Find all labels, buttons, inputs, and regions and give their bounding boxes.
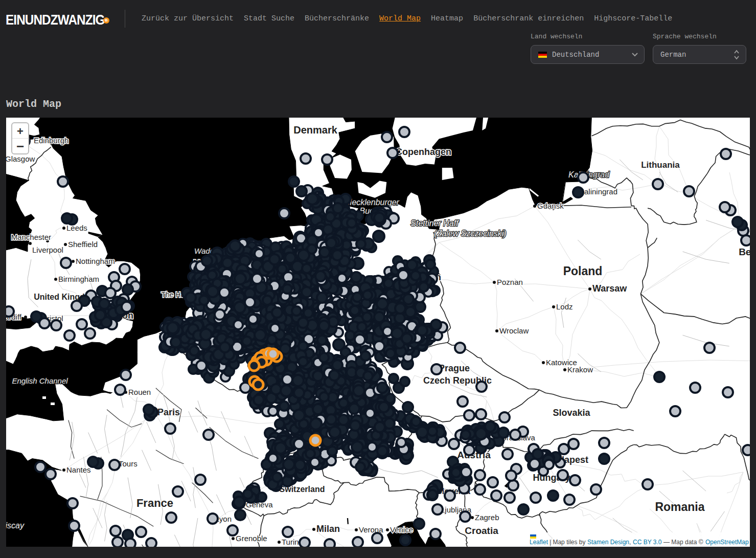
svg-text:Krakow: Krakow xyxy=(567,365,593,374)
svg-text:Zagreb: Zagreb xyxy=(475,513,499,522)
svg-text:Turin: Turin xyxy=(282,538,299,546)
svg-text:Liverpool: Liverpool xyxy=(32,245,63,254)
svg-text:Poznan: Poznan xyxy=(497,278,523,286)
svg-text:+: + xyxy=(17,125,24,138)
svg-text:Gdansk: Gdansk xyxy=(537,202,564,210)
svg-text:Nottingham: Nottingham xyxy=(76,257,115,265)
svg-text:Edinburgh: Edinburgh xyxy=(34,136,68,145)
svg-text:Kaliningrad: Kaliningrad xyxy=(579,187,617,196)
svg-text:Venice: Venice xyxy=(390,525,413,534)
svg-text:Stettiner Haff: Stettiner Haff xyxy=(410,219,459,228)
svg-text:Bay of Biscay: Bay of Biscay xyxy=(6,521,25,530)
svg-text:Nantes: Nantes xyxy=(66,465,91,474)
svg-text:| Map tiles by: | Map tiles by xyxy=(549,539,585,546)
svg-text:Tours: Tours xyxy=(119,459,138,468)
svg-text:Warsaw: Warsaw xyxy=(592,283,627,294)
svg-text:Birmingham: Birmingham xyxy=(58,275,99,283)
svg-text:Lithuania: Lithuania xyxy=(641,160,680,170)
svg-text:Sheffield: Sheffield xyxy=(68,240,98,249)
svg-text:Stamen Design: Stamen Design xyxy=(587,539,629,546)
svg-text:Denmark: Denmark xyxy=(293,124,337,136)
svg-text:Romania: Romania xyxy=(655,500,704,514)
svg-text:Mecklenburger: Mecklenburger xyxy=(345,198,400,207)
svg-text:CC BY 3.0: CC BY 3.0 xyxy=(633,539,662,546)
svg-text:English Channel: English Channel xyxy=(12,376,68,385)
svg-text:,: , xyxy=(629,539,631,546)
svg-text:Belarus: Belarus xyxy=(739,247,750,257)
svg-text:— Map data ©: — Map data © xyxy=(663,539,703,546)
svg-text:Milan: Milan xyxy=(316,524,340,534)
svg-text:Slovakia: Slovakia xyxy=(553,408,590,418)
svg-text:(Zalew Szczecinski): (Zalew Szczecinski) xyxy=(434,229,506,238)
svg-text:Copenhagen: Copenhagen xyxy=(396,147,451,157)
svg-text:Prague: Prague xyxy=(439,363,470,373)
svg-text:Paris: Paris xyxy=(157,407,180,417)
svg-text:Croatia: Croatia xyxy=(465,525,498,536)
svg-text:Rouen: Rouen xyxy=(128,388,151,396)
svg-text:France: France xyxy=(136,497,173,509)
svg-text:Manchester: Manchester xyxy=(11,233,51,241)
svg-text:Glasgow: Glasgow xyxy=(6,154,35,163)
svg-text:Grenoble: Grenoble xyxy=(236,534,267,543)
svg-text:Leaflet: Leaflet xyxy=(530,539,548,546)
svg-text:Wroclaw: Wroclaw xyxy=(499,326,529,335)
svg-text:Poland: Poland xyxy=(563,264,603,278)
svg-text:OpenStreetMap: OpenStreetMap xyxy=(705,539,749,546)
svg-text:−: − xyxy=(16,139,24,154)
svg-text:Lodz: Lodz xyxy=(556,302,573,311)
